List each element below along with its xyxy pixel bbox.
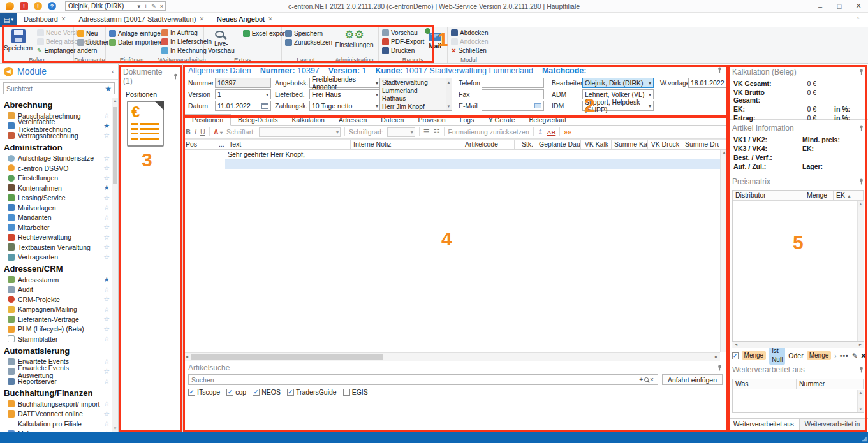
col-artikelcode[interactable]: Artikelcode xyxy=(462,140,515,149)
anfahrt-einfuegen-button[interactable]: Anfahrt einfügen xyxy=(662,374,723,385)
nummer-field[interactable]: 10397 xyxy=(215,78,271,88)
sidebar-search-input[interactable] xyxy=(6,85,105,92)
close-tab-icon[interactable]: ✕ xyxy=(61,16,66,22)
star-icon[interactable]: ☆ xyxy=(103,305,110,314)
col-dots[interactable]: ... xyxy=(216,140,226,149)
col-distributor[interactable]: Distributor xyxy=(733,191,804,200)
preismatrix-hscrollbar[interactable]: ◄ ► xyxy=(732,342,864,348)
filter-edit-icon[interactable]: ✎ xyxy=(852,352,858,359)
star-icon[interactable]: ☆ xyxy=(103,410,110,418)
sidebar-item-buchhaltungsexport[interactable]: Buchhaltungsexport/-import☆ xyxy=(0,399,112,409)
tab-dateien[interactable]: Dateien xyxy=(374,115,411,125)
sidebar-search[interactable]: ★ xyxy=(3,82,115,94)
checkbox-cop[interactable]: ✓cop xyxy=(226,388,246,396)
col-text[interactable]: Text xyxy=(226,140,351,149)
col-vk-kalk[interactable]: VK Kalk xyxy=(581,140,612,149)
position-row-text[interactable]: Sehr geehrter Herr Knopf, xyxy=(183,150,728,159)
positionen-document-icon[interactable]: € xyxy=(127,101,164,147)
star-icon[interactable]: ☆ xyxy=(103,233,110,242)
idm-select[interactable]: Support, Helpdesk (SUPP)▾ xyxy=(582,101,654,111)
alert-icon[interactable]: ! xyxy=(34,2,42,10)
bullet-list-icon[interactable]: ☰ xyxy=(423,128,430,136)
pin-icon[interactable] xyxy=(173,73,179,80)
schriftgrad-select[interactable]: ▾ xyxy=(387,127,415,137)
sidebar-item-mitarbeiter[interactable]: Mitarbeiter☆ xyxy=(0,222,112,233)
ribbon-collapse-icon[interactable]: ⌃ xyxy=(848,13,868,27)
mail-button[interactable]: Mail xyxy=(427,29,443,55)
star-icon[interactable]: ☆ xyxy=(103,286,110,294)
scroll-right-icon[interactable]: ► xyxy=(857,342,864,348)
sidebar-item-plm[interactable]: PLM (Lifecycle) (Beta)☆ xyxy=(0,324,112,335)
pin-icon[interactable] xyxy=(717,365,723,371)
star-icon[interactable]: ☆ xyxy=(103,214,110,222)
star-icon[interactable]: ☆ xyxy=(103,315,110,323)
star-icon[interactable]: ☆ xyxy=(103,358,110,366)
sidebar-item-lieferanten-vertraege[interactable]: Lieferanten-Verträge☆ xyxy=(0,314,112,324)
jump-icon[interactable]: »» xyxy=(564,128,571,136)
preismatrix-table[interactable]: Distributor Menge EK ▲ ▲ xyxy=(732,190,864,342)
email-input[interactable] xyxy=(482,101,544,111)
sidebar-item-stammblaetter[interactable]: Stammblätter☆ xyxy=(0,334,112,344)
col-nummer[interactable]: Nummer xyxy=(797,379,864,389)
star-icon[interactable]: ☆ xyxy=(103,174,110,182)
scroll-left-icon[interactable]: ◄ xyxy=(183,353,191,361)
fax-input[interactable] xyxy=(482,89,544,99)
scroll-right-icon[interactable]: ► xyxy=(712,353,720,361)
filter-conjunction[interactable]: Oder xyxy=(788,352,803,359)
kunden-adresse-box[interactable]: Stadtverwaltung Lummerland Rathaus Herr … xyxy=(379,78,452,111)
close-tab-icon[interactable]: ✕ xyxy=(268,16,273,22)
sidebar-item-kontenrahmen[interactable]: Kontenrahmen★ xyxy=(0,183,112,193)
col-summe-kalk[interactable]: Summe Kalk xyxy=(612,140,648,149)
schriftart-select[interactable]: ▾ xyxy=(259,127,341,137)
minimize-button[interactable]: – xyxy=(811,0,830,12)
star-icon[interactable]: ★ xyxy=(103,275,110,284)
angebotsk-select[interactable]: Freibleibendes Angebot▾ xyxy=(309,78,381,88)
filter-more-button[interactable]: ••• xyxy=(840,352,849,359)
filter-clear-icon[interactable]: ✕ xyxy=(861,352,867,359)
col-geplante-dauer[interactable]: Geplante Dauer xyxy=(536,140,581,149)
calendar-icon[interactable] xyxy=(261,103,268,109)
einstellungen-button[interactable]: ⚙⚙Einstellungen xyxy=(333,29,375,55)
star-icon[interactable]: ☆ xyxy=(103,295,110,303)
pin-icon[interactable] xyxy=(858,178,864,185)
pin-icon[interactable] xyxy=(717,67,723,73)
help-icon[interactable]: ? xyxy=(48,2,56,10)
positions-grid-body[interactable]: Sehr geehrter Herr Knopf, ▲ xyxy=(183,150,728,352)
sidebar-item-mailvorlagen[interactable]: Mailvorlagen☆ xyxy=(0,203,112,213)
split-view-icon[interactable]: ⇕ xyxy=(538,128,543,136)
excel-export-button[interactable]: Excel export xyxy=(242,29,288,38)
star-icon[interactable]: ☆ xyxy=(103,154,110,163)
weiterverarbeitet-table[interactable]: Was Nummer ▲ ▼ xyxy=(732,379,864,413)
star-icon[interactable]: ☆ xyxy=(103,400,110,408)
star-icon[interactable]: ☆ xyxy=(103,377,110,386)
layout-zuruecksetzen-button[interactable]: Zurücksetzen xyxy=(284,38,334,47)
font-color-button[interactable]: A ▾ xyxy=(214,128,223,136)
checkbox-itscope[interactable]: ✓ITscope xyxy=(188,388,220,396)
checkbox-egis[interactable]: EGIS xyxy=(343,388,368,396)
preismatrix-scrollbar[interactable]: ▲ xyxy=(857,201,864,341)
star-icon[interactable]: ☆ xyxy=(103,203,110,212)
add-icon[interactable]: + xyxy=(638,376,644,383)
filter-checkbox[interactable]: ✓ xyxy=(732,352,739,359)
col-menge[interactable]: Menge xyxy=(804,191,834,200)
filter-field2[interactable]: Menge xyxy=(807,351,832,360)
col-stk[interactable]: Stk. xyxy=(515,140,536,149)
italic-button[interactable]: I xyxy=(195,128,196,136)
app-menu-button[interactable]: ▤▾ xyxy=(0,13,17,27)
col-was[interactable]: Was xyxy=(733,379,797,389)
address-scroll[interactable]: ▲▼ xyxy=(446,78,452,110)
checkbox-tradersguide[interactable]: ✓TradersGuide xyxy=(287,388,337,396)
version-select[interactable]: 1▾ xyxy=(215,89,271,99)
pdf-export-button[interactable]: PDF-Export xyxy=(381,38,425,47)
lieferbed-select[interactable]: Frei Haus▾ xyxy=(309,89,381,99)
favorites-filter-icon[interactable]: ★ xyxy=(105,84,112,93)
star-icon[interactable]: ★ xyxy=(103,184,110,192)
sidebar-collapse-icon[interactable]: ‹ xyxy=(112,68,114,75)
pin-icon[interactable] xyxy=(858,367,864,373)
schliessen-button[interactable]: ✕Schließen xyxy=(450,46,489,55)
datum-field[interactable]: 11.01.2022 xyxy=(215,101,271,111)
pin-icon[interactable] xyxy=(858,69,864,75)
star-icon[interactable]: ☆ xyxy=(103,112,110,120)
underline-button[interactable]: U xyxy=(200,128,205,136)
star-icon[interactable]: ☆ xyxy=(103,243,110,251)
